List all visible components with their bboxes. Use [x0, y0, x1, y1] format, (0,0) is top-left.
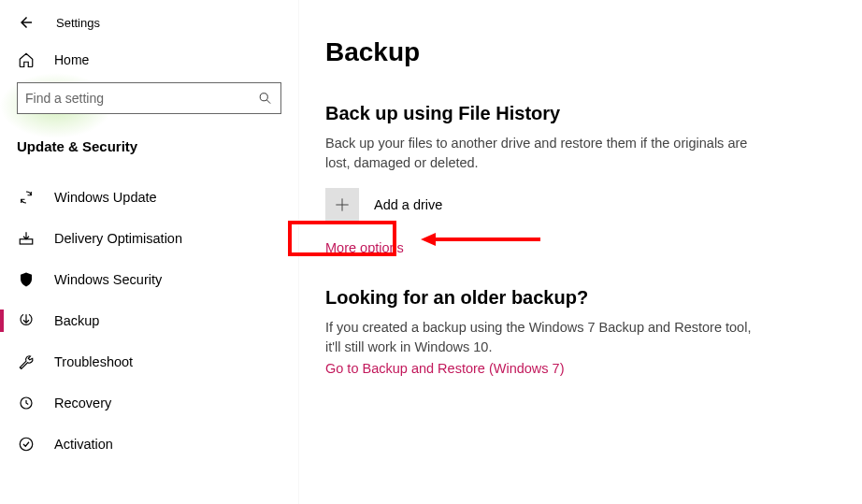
- add-drive-label: Add a drive: [374, 197, 442, 212]
- older-backup-section: Looking for an older backup? If you crea…: [325, 287, 836, 376]
- sidebar-item-label: Delivery Optimisation: [54, 231, 182, 246]
- delivery-icon: [17, 229, 36, 248]
- sidebar: Settings Home Update & Security Windows …: [0, 0, 299, 504]
- sidebar-item-windows-security[interactable]: Windows Security: [0, 259, 298, 300]
- home-label: Home: [54, 52, 89, 67]
- main-content: Backup Back up using File History Back u…: [299, 0, 862, 504]
- section-heading: Back up using File History: [325, 103, 836, 124]
- svg-line-1: [266, 100, 270, 104]
- activation-icon: [17, 435, 36, 454]
- section-description: Back up your files to another drive and …: [325, 134, 755, 173]
- search-input[interactable]: [17, 82, 281, 114]
- section-description: If you created a backup using the Window…: [325, 318, 755, 357]
- sidebar-item-label: Backup: [54, 313, 99, 328]
- sidebar-item-troubleshoot[interactable]: Troubleshoot: [0, 341, 298, 382]
- recovery-icon: [17, 394, 36, 412]
- wrench-icon: [17, 353, 36, 371]
- svg-point-0: [260, 94, 267, 101]
- nav-list: Windows Update Delivery Optimisation Win…: [0, 177, 298, 465]
- search-icon: [258, 92, 272, 106]
- sync-icon: [17, 188, 36, 207]
- sidebar-item-activation[interactable]: Activation: [0, 424, 298, 465]
- sidebar-item-label: Activation: [54, 437, 113, 452]
- home-icon: [17, 50, 36, 69]
- back-button[interactable]: [17, 13, 36, 32]
- shield-icon: [17, 270, 36, 289]
- sidebar-item-label: Troubleshoot: [54, 354, 133, 369]
- sidebar-item-delivery-optimisation[interactable]: Delivery Optimisation: [0, 218, 298, 259]
- svg-point-4: [20, 438, 33, 451]
- plus-icon: [333, 195, 352, 214]
- page-title: Backup: [325, 37, 836, 67]
- file-history-section: Back up using File History Back up your …: [325, 103, 836, 281]
- more-options-link[interactable]: More options: [325, 240, 404, 255]
- app-title: Settings: [56, 16, 100, 30]
- section-heading: Looking for an older backup?: [325, 287, 836, 309]
- category-header: Update & Security: [0, 123, 298, 167]
- sidebar-item-recovery[interactable]: Recovery: [0, 382, 298, 424]
- sidebar-item-backup[interactable]: Backup: [0, 300, 298, 341]
- arrow-left-icon: [18, 14, 35, 31]
- backup-icon: [17, 311, 36, 330]
- backup-restore-win7-link[interactable]: Go to Backup and Restore (Windows 7): [325, 361, 564, 376]
- sidebar-item-windows-update[interactable]: Windows Update: [0, 177, 298, 218]
- sidebar-item-label: Windows Update: [54, 190, 157, 205]
- sidebar-item-label: Windows Security: [54, 272, 162, 287]
- sidebar-item-label: Recovery: [54, 396, 111, 410]
- add-drive-button[interactable]: [325, 188, 359, 222]
- home-nav[interactable]: Home: [0, 41, 298, 79]
